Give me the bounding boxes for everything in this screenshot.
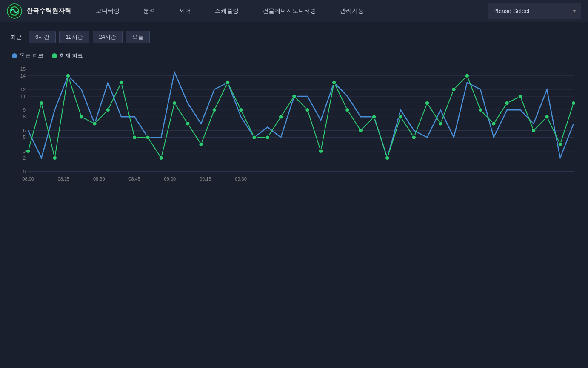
svg-point-34 — [53, 156, 57, 160]
svg-point-43 — [172, 101, 177, 105]
svg-text:15: 15 — [20, 66, 26, 72]
svg-point-55 — [332, 80, 336, 85]
time-filter: 최근: 6시간 12시간 24시간 오늘 — [10, 31, 578, 43]
nav-item-control[interactable]: 제어 — [167, 0, 203, 22]
svg-text:0: 0 — [23, 169, 26, 174]
svg-point-73 — [571, 101, 576, 105]
svg-point-36 — [79, 115, 83, 119]
nav-item-scheduling[interactable]: 스케쥴링 — [203, 0, 251, 22]
btn-6h[interactable]: 6시간 — [29, 31, 56, 43]
svg-text:14: 14 — [20, 73, 26, 78]
svg-point-40 — [132, 135, 137, 140]
svg-point-48 — [239, 108, 243, 112]
svg-point-64 — [452, 87, 456, 92]
svg-point-54 — [319, 149, 323, 153]
nav-item-building-energy[interactable]: 건물에너지모니터링 — [251, 0, 328, 22]
svg-text:12: 12 — [20, 87, 26, 92]
svg-point-69 — [518, 94, 522, 98]
svg-text:6: 6 — [23, 128, 26, 133]
navbar: 한국수력원자력 모니터링 분석 제어 스케쥴링 건물에너지모니터링 관리기능 P… — [0, 0, 588, 22]
svg-text:08:30: 08:30 — [93, 176, 105, 181]
svg-text:09:00: 09:00 — [164, 176, 176, 181]
legend-label-blue: 목표 피크 — [20, 52, 43, 60]
svg-text:11: 11 — [20, 94, 26, 99]
svg-point-50 — [265, 135, 270, 140]
svg-point-39 — [119, 80, 123, 85]
svg-text:9: 9 — [23, 107, 26, 112]
nav-item-management[interactable]: 관리기능 — [328, 0, 376, 22]
svg-point-68 — [505, 101, 509, 105]
svg-point-61 — [412, 135, 416, 140]
svg-point-42 — [159, 156, 163, 160]
logo-wrap: 한국수력원자력 — [7, 3, 71, 19]
svg-point-57 — [359, 129, 363, 133]
svg-text:09:30: 09:30 — [235, 176, 247, 181]
svg-point-41 — [146, 135, 150, 140]
svg-point-65 — [465, 74, 469, 78]
svg-point-67 — [491, 122, 496, 126]
svg-point-33 — [39, 101, 43, 105]
svg-point-35 — [66, 74, 70, 78]
main-chart: 02356891112141508:0008:1508:3008:4509:00… — [10, 65, 578, 184]
svg-text:09:15: 09:15 — [200, 176, 211, 181]
logo-icon — [7, 3, 22, 19]
svg-point-32 — [26, 149, 30, 153]
site-select[interactable]: Please Select — [488, 3, 581, 19]
btn-12h[interactable]: 12시간 — [59, 31, 89, 43]
svg-point-46 — [212, 108, 217, 112]
svg-point-45 — [199, 142, 203, 147]
logo-text: 한국수력원자력 — [26, 7, 71, 15]
svg-point-37 — [92, 122, 97, 126]
svg-point-66 — [478, 108, 482, 112]
svg-point-60 — [399, 115, 403, 119]
svg-point-58 — [372, 115, 376, 119]
svg-point-49 — [252, 135, 257, 140]
btn-today[interactable]: 오늘 — [126, 31, 150, 43]
nav-item-monitoring[interactable]: 모니터링 — [84, 0, 131, 22]
svg-point-38 — [106, 108, 110, 112]
svg-point-56 — [345, 108, 349, 112]
svg-point-63 — [438, 122, 442, 126]
select-wrapper: Please Select ▼ — [488, 3, 581, 19]
chart-legend: 목표 피크 현재 피크 — [10, 52, 578, 60]
legend-item-green: 현재 피크 — [52, 52, 83, 60]
legend-dot-green — [52, 53, 57, 58]
btn-24h[interactable]: 24시간 — [93, 31, 123, 43]
svg-text:08:00: 08:00 — [22, 176, 34, 181]
nav-items: 모니터링 분석 제어 스케쥴링 건물에너지모니터링 관리기능 — [84, 0, 488, 22]
main-content: 최근: 6시간 12시간 24시간 오늘 목표 피크 현재 피크 0235689… — [0, 22, 588, 194]
nav-item-analysis[interactable]: 분석 — [131, 0, 167, 22]
svg-point-44 — [186, 122, 190, 126]
svg-text:08:45: 08:45 — [128, 176, 140, 181]
time-filter-label: 최근: — [10, 33, 24, 41]
nav-select-wrap: Please Select ▼ — [488, 3, 581, 19]
svg-text:08:15: 08:15 — [58, 176, 70, 181]
svg-point-62 — [425, 101, 429, 105]
legend-item-blue: 목표 피크 — [12, 52, 43, 60]
legend-label-green: 현재 피크 — [60, 52, 83, 60]
svg-point-53 — [305, 108, 310, 112]
legend-dot-blue — [12, 53, 17, 58]
svg-text:5: 5 — [23, 135, 26, 140]
svg-point-59 — [385, 156, 389, 160]
chart-container: 02356891112141508:0008:1508:3008:4509:00… — [10, 65, 578, 185]
svg-point-52 — [292, 94, 296, 98]
svg-point-47 — [225, 80, 230, 85]
svg-point-71 — [545, 115, 549, 119]
svg-point-51 — [279, 115, 283, 119]
svg-text:3: 3 — [23, 149, 26, 154]
svg-text:8: 8 — [23, 114, 26, 119]
svg-text:2: 2 — [23, 155, 26, 161]
svg-point-72 — [558, 142, 562, 147]
svg-point-70 — [531, 129, 536, 133]
